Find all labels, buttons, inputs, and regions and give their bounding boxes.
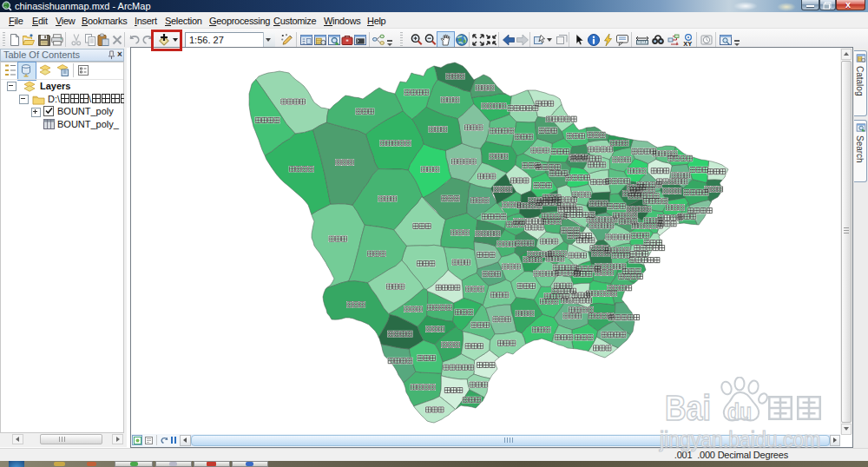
svg-text:XY: XY <box>683 40 692 48</box>
